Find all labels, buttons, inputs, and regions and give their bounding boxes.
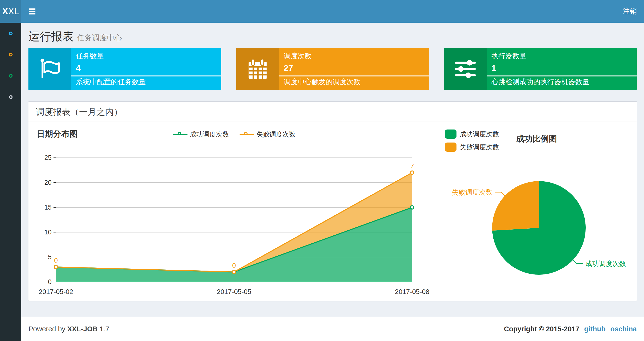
divider	[486, 76, 637, 77]
top-navbar: XXL 注销	[0, 0, 644, 23]
sidebar-item-3[interactable]	[0, 86, 21, 108]
svg-text:20: 20	[44, 179, 52, 186]
svg-text:0: 0	[232, 262, 236, 269]
legend-label: 失败调度次数	[256, 130, 296, 139]
stat-value: 1	[492, 63, 637, 73]
stat-description: 系统中配置的任务数量	[76, 77, 146, 87]
legend-item-fail[interactable]: 失败调度次数	[240, 130, 296, 139]
powered-by: Powered by XXL-JOB 1.7	[28, 325, 109, 333]
pie-chart-title: 成功比例图	[516, 133, 557, 144]
svg-text:25: 25	[44, 154, 52, 161]
swatch-icon	[445, 130, 456, 139]
line-marker-icon	[240, 131, 254, 137]
logo-bold-text: X	[2, 6, 8, 17]
divider	[279, 76, 429, 77]
stat-value: 27	[284, 63, 429, 73]
svg-text:2017-05-08: 2017-05-08	[395, 288, 429, 295]
copyright-text: Copyright © 2015-2017	[504, 325, 580, 333]
pie-chart-svg: 成功调度次数失败调度次数	[444, 170, 641, 297]
brand-name: XXL-JOB	[67, 325, 98, 333]
svg-text:10: 10	[44, 229, 52, 236]
svg-text:2017-05-02: 2017-05-02	[38, 288, 73, 295]
circle-outline-icon	[9, 74, 12, 78]
oschina-link[interactable]: oschina	[610, 325, 637, 333]
svg-text:成功调度次数: 成功调度次数	[586, 260, 626, 267]
stat-card-triggers: 调度次数 27 调度中心触发的调度次数	[236, 48, 429, 90]
svg-text:5: 5	[48, 253, 52, 261]
page-subtitle: 任务调度中心	[77, 34, 122, 42]
divider	[71, 76, 221, 77]
sidebar-item-2[interactable]	[0, 65, 21, 86]
svg-text:15: 15	[44, 204, 52, 211]
page-header: 运行报表任务调度中心	[28, 29, 122, 44]
version: 1.7	[100, 325, 109, 333]
logout-link[interactable]: 注销	[616, 0, 644, 23]
legend-label: 成功调度次数	[190, 130, 229, 139]
calendar-icon	[236, 48, 279, 90]
content-area: 运行报表任务调度中心 任务数量 4 系统中配置的任务数量	[21, 23, 644, 317]
legend-item-success[interactable]: 成功调度次数	[173, 130, 229, 139]
sliders-icon	[444, 48, 486, 90]
svg-text:失败调度次数: 失败调度次数	[452, 189, 492, 196]
line-chart-svg: 05101520252017-05-022017-05-052017-05-08…	[34, 150, 434, 297]
circle-outline-icon	[9, 53, 12, 57]
stat-card-executors: 执行器数量 1 心跳检测成功的执行器机器数量	[444, 48, 637, 90]
circle-outline-icon	[9, 32, 12, 35]
svg-text:0: 0	[54, 257, 58, 264]
page-title: 运行报表	[28, 30, 74, 43]
line-marker-icon	[173, 131, 188, 137]
svg-text:2017-05-05: 2017-05-05	[217, 288, 251, 295]
stat-card-jobs: 任务数量 4 系统中配置的任务数量	[28, 48, 221, 90]
circle-outline-icon	[9, 95, 12, 99]
sidebar	[0, 23, 21, 341]
github-link[interactable]: github	[584, 325, 606, 333]
stat-title: 执行器数量	[492, 51, 637, 61]
legend-label: 成功调度次数	[460, 130, 499, 138]
sidebar-item-1[interactable]	[0, 44, 21, 65]
legend-item-success[interactable]: 成功调度次数	[445, 130, 499, 139]
stat-title: 调度次数	[284, 51, 429, 61]
stat-cards-row: 任务数量 4 系统中配置的任务数量 调度次数 27 调度中心触发的调度次数	[28, 48, 637, 90]
flag-icon	[28, 48, 71, 90]
swatch-icon	[445, 143, 456, 152]
stat-description: 心跳检测成功的执行器机器数量	[492, 77, 589, 87]
line-chart-title: 日期分布图	[37, 129, 78, 140]
line-chart-legend: 成功调度次数 失败调度次数	[173, 130, 296, 139]
pie-chart-legend: 成功调度次数 失败调度次数	[445, 130, 499, 152]
logo-light-text: XL	[8, 6, 19, 17]
schedule-report-panel: 调度报表（一月之内） 日期分布图 成功调度次数 失败调度次数 051015202…	[28, 101, 637, 301]
sidebar-item-0[interactable]	[0, 23, 21, 44]
svg-text:7: 7	[410, 162, 414, 170]
sidebar-toggle-button[interactable]	[21, 0, 44, 23]
svg-text:0: 0	[48, 278, 52, 285]
panel-header: 调度报表（一月之内）	[28, 102, 637, 122]
legend-label: 失败调度次数	[460, 143, 499, 151]
stat-title: 任务数量	[76, 51, 221, 61]
footer: Powered by XXL-JOB 1.7 Copyright © 2015-…	[21, 317, 644, 341]
legend-item-fail[interactable]: 失败调度次数	[445, 143, 499, 152]
hamburger-icon	[29, 9, 36, 10]
app-logo[interactable]: XXL	[0, 0, 21, 23]
panel-body: 日期分布图 成功调度次数 失败调度次数 05101520252017-05-02…	[28, 123, 637, 301]
panel-title: 调度报表（一月之内）	[36, 106, 122, 118]
stat-description: 调度中心触发的调度次数	[284, 77, 360, 87]
stat-value: 4	[76, 63, 221, 73]
